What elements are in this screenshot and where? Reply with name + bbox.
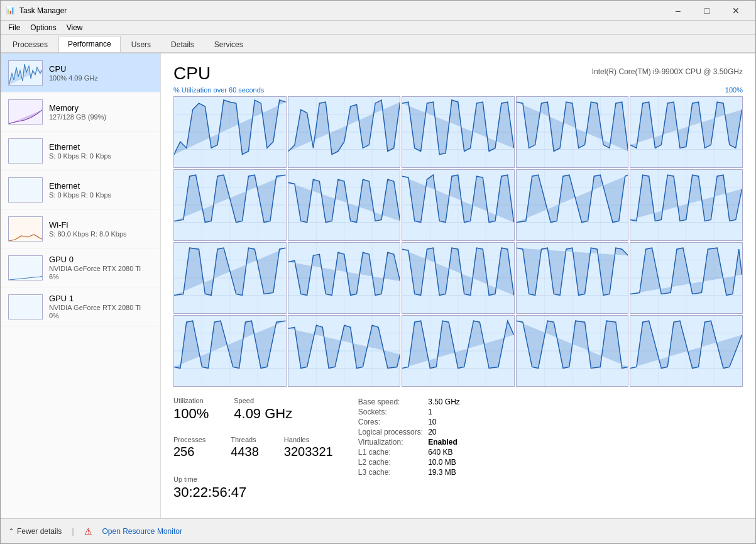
gpu0-sidebar-detail1: NVIDIA GeForce RTX 2080 Ti [49,265,153,272]
cpu-title: CPU [173,64,211,84]
cpu-cell-14 [516,242,629,314]
wifi-thumbnail [8,216,43,241]
tab-details[interactable]: Details [162,36,204,52]
bottom-bar: ⌃ Fewer details | ⚠ Open Resource Monito… [1,518,755,543]
cpu-cell-12 [288,242,401,314]
handles-value: 3203321 [284,445,333,459]
speed-label: Speed [234,397,292,404]
gpu0-sidebar-detail2: 6% [49,273,153,280]
gpu1-sidebar-detail2: 0% [49,312,153,319]
cores-label: Cores: [358,417,428,427]
info-row-base-speed: Base speed: 3.50 GHz [358,397,460,407]
info-row-logical: Logical processors: 20 [358,427,460,437]
cores-value: 10 [428,417,460,427]
info-row-cores: Cores: 10 [358,417,460,427]
cpu-cell-15 [630,242,743,314]
menu-options[interactable]: Options [25,22,61,33]
cpu-cell-20 [630,315,743,387]
cpu-thumbnail [8,60,43,86]
ethernet2-sidebar-name: Ethernet [49,181,153,191]
title-bar-text: Task Manager [19,6,664,15]
ethernet2-sidebar-detail: S: 0 Kbps R: 0 Kbps [49,191,153,199]
cpu-cell-13 [402,242,515,314]
sidebar-item-gpu0[interactable]: GPU 0 NVIDIA GeForce RTX 2080 Ti 6% [1,248,160,287]
tab-services[interactable]: Services [205,36,253,52]
menu-bar: File Options View [1,21,755,35]
threads-block: Threads 4438 [231,436,259,459]
info-row-l3: L3 cache: 19.3 MB [358,467,460,477]
wifi-sidebar-info: Wi-Fi S: 80.0 Kbps R: 8.0 Kbps [49,220,153,238]
svg-rect-2 [9,139,43,164]
handles-label: Handles [284,436,333,443]
chart-label-text: % Utilization over 60 seconds [173,86,264,94]
maximize-button[interactable]: □ [693,1,721,21]
gpu1-thumbnail [8,294,43,319]
memory-sidebar-detail: 127/128 GB (99%) [49,113,153,121]
detail-panel: CPU Intel(R) Core(TM) i9-9900X CPU @ 3.5… [161,53,755,518]
ethernet2-thumbnail [8,177,43,203]
ethernet2-sidebar-info: Ethernet S: 0 Kbps R: 0 Kbps [49,181,153,199]
gpu0-sidebar-info: GPU 0 NVIDIA GeForce RTX 2080 Ti 6% [49,255,153,280]
processes-label: Processes [173,436,205,443]
cpu-cell-17 [288,315,401,387]
cpu-subtitle: Intel(R) Core(TM) i9-9900X CPU @ 3.50GHz [592,67,743,76]
close-button[interactable]: ✕ [721,1,750,21]
ethernet1-sidebar-detail: S: 0 Kbps R: 0 Kbps [49,152,153,160]
info-table: Base speed: 3.50 GHz Sockets: 1 Cores: 1… [358,397,460,477]
sidebar-item-ethernet1[interactable]: Ethernet S: 0 Kbps R: 0 Kbps [1,131,160,170]
cpu-grids [173,96,743,387]
l1-label: L1 cache: [358,447,428,457]
base-speed-label: Base speed: [358,397,428,407]
main-content: CPU 100% 4.09 GHz Memory 127/128 GB (99%… [1,53,755,518]
cpu-cell-18 [402,315,515,387]
menu-file[interactable]: File [3,22,25,33]
monitor-icon: ⚠ [84,526,92,536]
uptime-value: 30:22:56:47 [173,484,333,501]
sidebar-item-memory[interactable]: Memory 127/128 GB (99%) [1,92,160,131]
utilization-label: Utilization [173,397,209,404]
util-speed-row: Utilization 100% Speed 4.09 GHz [173,397,333,422]
minimize-button[interactable]: – [664,1,693,21]
app-icon: 📊 [6,6,16,16]
svg-rect-3 [9,178,43,203]
gpu0-sidebar-name: GPU 0 [49,255,153,264]
gpu0-thumbnail [8,255,43,280]
svg-rect-6 [9,295,43,319]
cpu-cell-7 [288,169,401,241]
logical-label: Logical processors: [358,427,428,437]
separator: | [72,527,74,536]
cpu-cell-8 [402,169,515,241]
title-bar-buttons: – □ ✕ [664,1,750,21]
l3-value: 19.3 MB [428,467,460,477]
threads-value: 4438 [231,445,259,459]
cpu-cell-4 [516,96,629,168]
utilization-block: Utilization 100% [173,397,209,422]
cpu-cell-6 [173,169,287,241]
logical-value: 20 [428,427,460,437]
processes-value: 256 [173,445,205,459]
ethernet1-sidebar-info: Ethernet S: 0 Kbps R: 0 Kbps [49,142,153,160]
open-resource-monitor-link[interactable]: Open Resource Monitor [102,527,182,536]
cpu-cell-9 [516,169,629,241]
tab-performance[interactable]: Performance [58,36,121,52]
processes-block: Processes 256 [173,436,205,459]
ethernet1-sidebar-name: Ethernet [49,142,153,152]
detail-header: CPU Intel(R) Core(TM) i9-9900X CPU @ 3.5… [173,64,743,84]
sidebar-item-cpu[interactable]: CPU 100% 4.09 GHz [1,53,160,92]
info-row-sockets: Sockets: 1 [358,407,460,417]
sidebar-item-wifi[interactable]: Wi-Fi S: 80.0 Kbps R: 8.0 Kbps [1,209,160,248]
sidebar-item-gpu1[interactable]: GPU 1 NVIDIA GeForce RTX 2080 Ti 0% [1,287,160,326]
chart-label: % Utilization over 60 seconds 100% [173,86,743,94]
virt-value: Enabled [428,437,460,447]
cpu-cell-11 [173,242,287,314]
l1-value: 640 KB [428,447,460,457]
uptime-label: Up time [173,475,333,483]
cpu-sidebar-name: CPU [49,64,153,74]
wifi-sidebar-name: Wi-Fi [49,220,153,230]
fewer-details-button[interactable]: ⌃ Fewer details [8,527,62,536]
sidebar-item-ethernet2[interactable]: Ethernet S: 0 Kbps R: 0 Kbps [1,170,160,209]
tab-users[interactable]: Users [122,36,160,52]
menu-view[interactable]: View [62,22,88,33]
ethernet1-thumbnail [8,138,43,164]
tab-processes[interactable]: Processes [3,36,57,52]
